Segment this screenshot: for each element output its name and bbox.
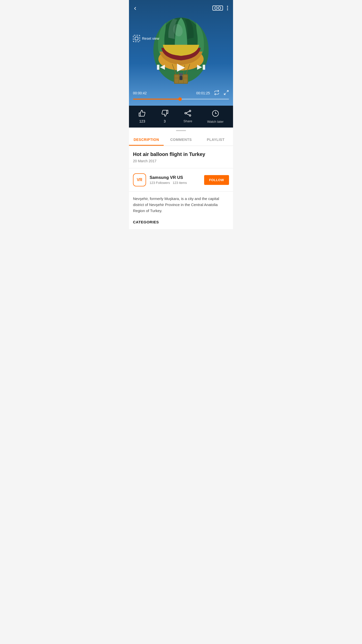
like-count: 123 — [139, 119, 145, 123]
dot-1 — [227, 6, 228, 7]
top-right-controls — [212, 6, 228, 11]
svg-line-14 — [227, 91, 228, 92]
loop-icon[interactable] — [214, 90, 219, 97]
description-text: Nevşehir, formerly Muşkara, is a city an… — [133, 192, 229, 218]
progress-thumb — [178, 97, 182, 101]
fullscreen-icon[interactable] — [223, 90, 229, 97]
more-options-button[interactable] — [227, 6, 228, 10]
reset-view-button[interactable]: Reset view — [129, 33, 233, 44]
time-row: 00:00:42 00:01:25 — [133, 90, 229, 97]
tab-playlist[interactable]: PLAYLIST — [198, 134, 233, 146]
dislike-button[interactable]: 3 — [161, 110, 168, 124]
video-player: ‹ Rese — [129, 0, 233, 106]
channel-name: Samsung VR US — [150, 175, 201, 180]
player-overlay: ‹ Rese — [129, 0, 233, 106]
previous-button[interactable]: ▮◀ — [156, 63, 165, 71]
channel-stats: 123 Followers 123 items — [150, 181, 201, 185]
handle-bar — [176, 130, 186, 131]
svg-line-19 — [186, 111, 189, 113]
share-button[interactable]: Share — [184, 110, 192, 124]
back-button[interactable]: ‹ — [134, 4, 136, 12]
progress-fill — [133, 99, 180, 100]
progress-bar[interactable] — [133, 99, 229, 100]
current-time: 00:00:42 — [133, 91, 147, 95]
watch-later-label: Watch later — [207, 120, 223, 124]
play-button[interactable]: ▶ — [177, 61, 185, 73]
extra-player-icons — [214, 90, 229, 97]
svg-line-15 — [224, 93, 226, 95]
next-button[interactable]: ▶▮ — [197, 63, 206, 71]
tabs: DESCRIPTION COMMENTS PLAYLIST — [129, 134, 233, 146]
channel-avatar[interactable]: VR — [133, 173, 146, 186]
svg-point-18 — [189, 115, 191, 116]
dislike-count: 3 — [164, 119, 166, 123]
drag-handle — [129, 128, 233, 134]
svg-point-17 — [185, 112, 186, 114]
tab-description[interactable]: DESCRIPTION — [129, 134, 164, 146]
player-center-controls: ▮◀ ▶ ▶▮ — [129, 61, 233, 73]
followers-count: 123 Followers — [150, 181, 170, 185]
channel-info: Samsung VR US 123 Followers 123 items — [150, 175, 201, 185]
content-area: Hot air balloon flight in Turkey 20 Marc… — [129, 146, 233, 229]
total-time: 00:01:25 — [196, 91, 210, 95]
dislike-icon — [161, 110, 168, 118]
tab-comments[interactable]: COMMENTS — [164, 134, 198, 146]
video-date: 20 March 2017 — [133, 159, 229, 163]
like-button[interactable]: 123 — [139, 110, 146, 124]
video-title: Hot air balloon flight in Turkey — [133, 151, 229, 157]
time-right-group: 00:01:25 — [196, 90, 229, 97]
like-icon — [139, 110, 146, 118]
vr-mode-button[interactable] — [212, 6, 223, 11]
reset-view-label: Reset view — [142, 36, 159, 41]
dot-3 — [227, 9, 228, 10]
vr-circle-right — [218, 7, 221, 10]
actions-bar: 123 3 Share Watch later — [129, 106, 233, 128]
reset-inner-icon — [135, 37, 138, 40]
player-top-bar: ‹ — [129, 0, 233, 16]
watch-later-icon — [212, 110, 219, 118]
share-icon — [184, 110, 192, 118]
vr-circles-icon — [214, 7, 221, 10]
dot-2 — [227, 8, 228, 9]
vr-circle-left — [214, 7, 217, 10]
svg-point-16 — [189, 110, 191, 112]
reset-view-icon — [133, 35, 140, 42]
player-bottom-controls: 00:00:42 00:01:25 — [129, 90, 233, 106]
channel-avatar-text: VR — [137, 178, 142, 182]
items-count: 123 items — [173, 181, 187, 185]
share-label: Share — [184, 119, 192, 123]
channel-row: VR Samsung VR US 123 Followers 123 items… — [133, 168, 229, 191]
categories-label: CATEGORIES — [133, 220, 229, 224]
follow-button[interactable]: FOLLOW — [204, 175, 229, 185]
svg-line-20 — [186, 114, 189, 115]
watch-later-button[interactable]: Watch later — [207, 110, 223, 124]
